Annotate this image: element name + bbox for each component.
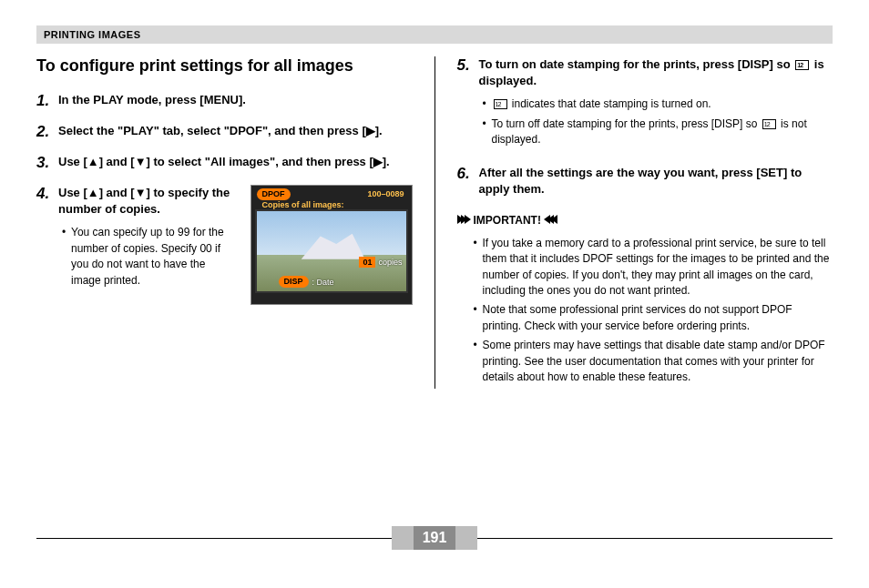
lcd-dpof-label: DPOF	[257, 188, 291, 200]
datestamp-icon	[762, 119, 776, 129]
section-header: PRINTING IMAGES	[36, 25, 833, 44]
important-label: IMPORTANT!	[474, 214, 541, 227]
lcd-copies-row: 01 copies	[359, 257, 402, 268]
lcd-copies-number: 01	[359, 257, 375, 268]
important-item: Note that some professional print servic…	[474, 302, 833, 334]
right-column: 5. To turn on date stamping for the prin…	[434, 56, 833, 389]
step-text: Use [▲] and [▼] to specify the number of…	[58, 185, 238, 218]
steps-list-left: 1. In the PLAY mode, press [MENU]. 2. Se…	[36, 92, 413, 305]
step-4: 4. Use [▲] and [▼] to specify the number…	[36, 185, 413, 305]
datestamp-icon	[795, 60, 809, 70]
section-title: To configure print settings for all imag…	[36, 56, 413, 76]
step-sub-list: indicates that date stamping is turned o…	[479, 96, 833, 147]
sub-text: indicates that date stamping is turned o…	[509, 97, 711, 110]
step-num: 4.	[36, 185, 58, 203]
step-sub-item: indicates that date stamping is turned o…	[483, 96, 833, 112]
page-number-badge: 191	[392, 526, 477, 550]
lcd-preview: DPOF 100–0089 Copies of all images: 01 c…	[250, 185, 413, 305]
step-text: After all the settings are the way you w…	[479, 165, 833, 198]
important-heading: IMPORTANT!	[457, 214, 833, 227]
step-num: 6.	[457, 165, 479, 183]
lcd-disp-label: DISP	[279, 276, 309, 288]
left-column: To configure print settings for all imag…	[36, 56, 434, 389]
step-text: To turn on date stamping for the prints,…	[479, 56, 833, 89]
steps-list-right: 5. To turn on date stamping for the prin…	[457, 56, 833, 198]
step-num: 2.	[36, 123, 58, 141]
step-text-a: To turn on date stamping for the prints,…	[479, 57, 794, 71]
step-5: 5. To turn on date stamping for the prin…	[457, 56, 833, 152]
important-item: Some printers may have settings that dis…	[474, 338, 833, 385]
lcd-copies-label: copies	[378, 258, 402, 267]
lcd-copies-title: Copies of all images:	[262, 200, 344, 209]
step-text: Select the "PLAY" tab, select "DPOF", an…	[58, 123, 413, 139]
bullet-decor-left	[547, 214, 557, 227]
step-2: 2. Select the "PLAY" tab, select "DPOF",…	[36, 123, 413, 141]
sub-text-pre: To turn off date stamping for the prints…	[492, 117, 761, 130]
page-number: 191	[414, 526, 455, 550]
important-list: If you take a memory card to a professio…	[457, 236, 833, 386]
lcd-date-label: : Date	[312, 278, 334, 287]
step-text: In the PLAY mode, press [MENU].	[58, 92, 413, 108]
step-1: 1. In the PLAY mode, press [MENU].	[36, 92, 413, 110]
step-6: 6. After all the settings are the way yo…	[457, 165, 833, 198]
step-num: 3.	[36, 154, 58, 172]
important-item: If you take a memory card to a professio…	[474, 236, 833, 299]
lcd-disp-row: DISP : Date	[279, 276, 334, 288]
step-3: 3. Use [▲] and [▼] to select "All images…	[36, 154, 413, 172]
step-sub-list: You can specify up to 99 for the number …	[58, 225, 238, 289]
content-columns: To configure print settings for all imag…	[36, 56, 833, 389]
step-sub-item: To turn off date stamping for the prints…	[483, 117, 833, 148]
bullet-decor-right	[457, 214, 468, 227]
lcd-file-number: 100–0089	[367, 189, 404, 198]
datestamp-icon	[494, 99, 507, 109]
step-sub-item: You can specify up to 99 for the number …	[62, 225, 238, 289]
step-num: 1.	[36, 92, 58, 110]
step-text: Use [▲] and [▼] to select "All images", …	[58, 154, 413, 170]
step-num: 5.	[457, 56, 479, 75]
